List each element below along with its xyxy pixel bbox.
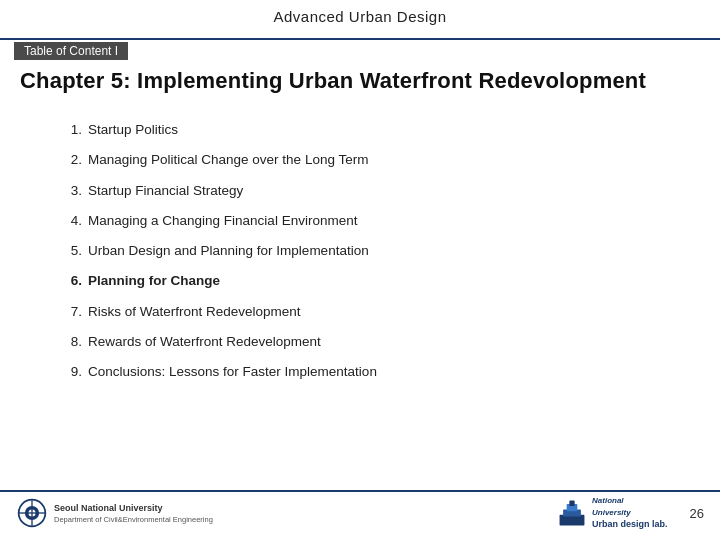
list-item-text-4: Managing a Changing Financial Environmen… bbox=[88, 211, 357, 231]
list-item-text-3: Startup Financial Strategy bbox=[88, 181, 243, 201]
list-item-5: 5.Urban Design and Planning for Implemen… bbox=[60, 241, 680, 261]
footer: Seoul National University Department of … bbox=[0, 492, 720, 534]
snu-logo: Seoul National University Department of … bbox=[16, 497, 213, 529]
urban-text-block: NationalUniversity Urban design lab. bbox=[592, 495, 668, 530]
page-number: 26 bbox=[690, 506, 704, 521]
list-item-4: 4.Managing a Changing Financial Environm… bbox=[60, 211, 680, 231]
university-dept: Department of Civil&Environmental Engine… bbox=[54, 515, 213, 524]
chapter-heading: Chapter 5: Implementing Urban Waterfront… bbox=[20, 68, 700, 94]
snu-logo-icon bbox=[16, 497, 48, 529]
list-item-7: 7.Risks of Waterfront Redevelopment bbox=[60, 302, 680, 322]
list-item-9: 9.Conclusions: Lessons for Faster Implem… bbox=[60, 362, 680, 382]
top-border-line bbox=[0, 38, 720, 40]
list-item-8: 8.Rewards of Waterfront Redevelopment bbox=[60, 332, 680, 352]
footer-left: Seoul National University Department of … bbox=[16, 497, 213, 529]
list-item-text-8: Rewards of Waterfront Redevelopment bbox=[88, 332, 321, 352]
urban-logo: NationalUniversity Urban design lab. bbox=[556, 495, 668, 530]
list-item-1: 1.Startup Politics bbox=[60, 120, 680, 140]
list-item-number-1: 1. bbox=[60, 120, 88, 140]
list-item-2: 2.Managing Political Change over the Lon… bbox=[60, 150, 680, 170]
list-item-3: 3.Startup Financial Strategy bbox=[60, 181, 680, 201]
page-container: Advanced Urban Design Table of Content I… bbox=[0, 0, 720, 540]
list-item-text-2: Managing Political Change over the Long … bbox=[88, 150, 368, 170]
university-name: Seoul National University bbox=[54, 502, 213, 515]
content-list: 1.Startup Politics2.Managing Political C… bbox=[60, 120, 680, 392]
urban-lab-name: NationalUniversity bbox=[592, 495, 668, 518]
list-item-number-4: 4. bbox=[60, 211, 88, 231]
list-item-number-6: 6. bbox=[60, 271, 88, 291]
list-item-number-7: 7. bbox=[60, 302, 88, 322]
list-item-number-9: 9. bbox=[60, 362, 88, 382]
list-item-6: 6.Planning for Change bbox=[60, 271, 680, 291]
list-item-text-1: Startup Politics bbox=[88, 120, 178, 140]
list-item-text-9: Conclusions: Lessons for Faster Implemen… bbox=[88, 362, 377, 382]
page-title: Advanced Urban Design bbox=[0, 8, 720, 25]
toc-label: Table of Content I bbox=[14, 42, 128, 60]
svg-rect-8 bbox=[569, 501, 574, 506]
snu-text-block: Seoul National University Department of … bbox=[54, 502, 213, 524]
urban-lab-label: Urban design lab. bbox=[592, 519, 668, 531]
list-item-number-2: 2. bbox=[60, 150, 88, 170]
list-item-number-8: 8. bbox=[60, 332, 88, 352]
footer-right: NationalUniversity Urban design lab. 26 bbox=[556, 495, 704, 530]
list-item-text-7: Risks of Waterfront Redevelopment bbox=[88, 302, 301, 322]
list-item-text-6: Planning for Change bbox=[88, 271, 220, 291]
list-item-number-3: 3. bbox=[60, 181, 88, 201]
list-item-number-5: 5. bbox=[60, 241, 88, 261]
urban-logo-icon bbox=[556, 497, 588, 529]
list-item-text-5: Urban Design and Planning for Implementa… bbox=[88, 241, 369, 261]
